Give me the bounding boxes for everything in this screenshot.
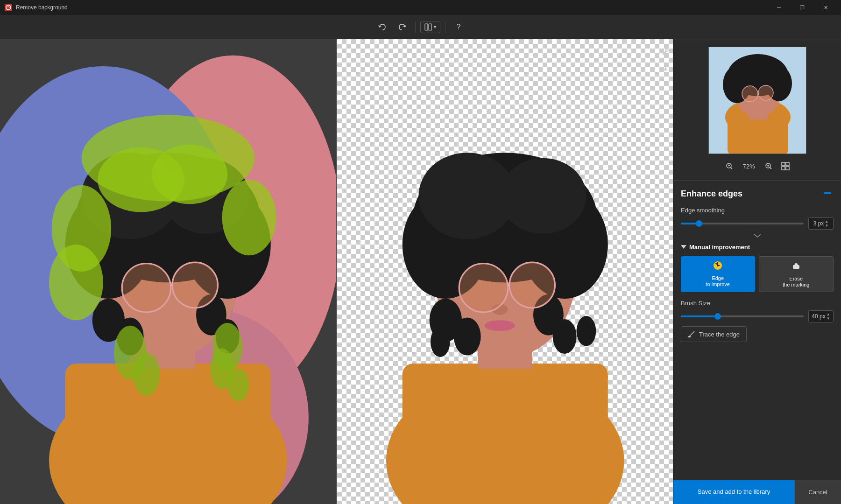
brush-size-track[interactable]: [681, 315, 804, 317]
window-controls: ─ ❐ ✕: [768, 0, 836, 15]
app-title: Remove background: [16, 4, 68, 11]
canvas-panel-left[interactable]: [0, 39, 337, 504]
erase-marking-icon: [791, 260, 802, 274]
svg-rect-77: [782, 167, 785, 170]
enhance-header: Enhance edges: [681, 188, 834, 199]
svg-point-23: [122, 264, 170, 312]
undo-button[interactable]: [374, 19, 391, 35]
svg-point-90: [665, 70, 666, 70]
svg-rect-37: [402, 364, 608, 504]
eyedropper-button[interactable]: [659, 45, 672, 58]
edge-to-improve-button[interactable]: Edgeto improve: [681, 256, 755, 292]
arrow-up[interactable]: ▲: [825, 220, 828, 224]
svg-point-46: [500, 158, 586, 234]
svg-point-29: [49, 245, 103, 320]
brush-arrow-up[interactable]: ▲: [827, 313, 830, 316]
edge-improve-icon: [712, 260, 723, 273]
erase-marking-label: Erasethe marking: [783, 276, 809, 288]
manual-improvement-section: Manual improvement: [681, 244, 834, 342]
svg-rect-84: [793, 265, 799, 269]
restore-button[interactable]: ❐: [792, 0, 813, 15]
minimize-button[interactable]: ─: [768, 0, 790, 15]
manual-improvement-title: Manual improvement: [689, 244, 750, 251]
preview-image: [708, 47, 806, 154]
svg-line-70: [731, 168, 732, 169]
svg-point-30: [222, 180, 276, 255]
svg-rect-86: [688, 336, 691, 337]
edge-smoothing-value: 3 px ▲ ▼: [808, 217, 834, 230]
svg-point-51: [576, 316, 596, 346]
help-button[interactable]: ?: [450, 19, 467, 35]
save-button[interactable]: Save and add to the library: [673, 480, 794, 504]
brush-size-label: Brush Size: [681, 300, 834, 307]
main-area: 72%: [0, 39, 841, 504]
brush-size-slider-row: 40 px ▲ ▼: [681, 310, 834, 322]
zoom-controls: 72%: [723, 160, 792, 173]
svg-rect-78: [786, 167, 789, 170]
view-toggle-button[interactable]: ▾: [420, 21, 440, 33]
edge-smoothing-section: Edge smoothing 3 px ▲ ▼: [681, 207, 834, 230]
svg-point-0: [6, 5, 11, 10]
zoom-in-button[interactable]: [762, 160, 775, 173]
edge-smoothing-slider-row: 3 px ▲ ▼: [681, 217, 834, 230]
enhance-panel: Enhance edges Edge smoothing: [673, 181, 841, 480]
app-icon: [5, 4, 12, 11]
manual-improvement-header[interactable]: Manual improvement: [681, 244, 834, 251]
info-button[interactable]: [822, 188, 834, 199]
edge-smoothing-label: Edge smoothing: [681, 207, 834, 214]
svg-line-74: [770, 168, 771, 169]
trace-edge-button[interactable]: Trace the edge: [681, 326, 747, 342]
close-button[interactable]: ✕: [815, 0, 836, 15]
svg-point-41: [484, 320, 515, 331]
svg-point-81: [717, 265, 719, 266]
svg-point-52: [430, 327, 450, 357]
svg-point-50: [552, 319, 576, 354]
arrow-down[interactable]: ▼: [825, 224, 828, 228]
svg-point-56: [459, 264, 507, 312]
zoom-out-button[interactable]: [723, 160, 736, 173]
floating-tools: [659, 45, 672, 74]
brush-arrow-down[interactable]: ▼: [827, 317, 830, 321]
expand-chevron[interactable]: [681, 233, 834, 238]
view-chevron: ▾: [434, 24, 436, 29]
edge-smoothing-thumb[interactable]: [696, 220, 702, 227]
svg-rect-79: [824, 192, 831, 194]
fit-view-button[interactable]: [779, 160, 792, 173]
canvas-area: [0, 39, 673, 504]
brush-size-section: Brush Size 40 px ▲ ▼: [681, 300, 834, 322]
canvas-right-svg: [337, 39, 673, 504]
redo-button[interactable]: [394, 19, 410, 35]
edge-improve-label: Edgeto improve: [706, 275, 730, 287]
erase-marking-button[interactable]: Erasethe marking: [759, 256, 834, 292]
svg-point-24: [173, 263, 217, 307]
titlebar: Remove background ─ ❐ ✕: [0, 0, 841, 15]
canvas-left-svg: [0, 39, 336, 504]
svg-point-48: [453, 317, 481, 355]
svg-point-27: [152, 145, 227, 204]
tool-buttons: Edgeto improve Erasethe marking: [681, 256, 834, 292]
cancel-button[interactable]: Cancel: [794, 480, 841, 504]
dropper-button[interactable]: [659, 61, 672, 74]
separator-1: [415, 21, 416, 33]
svg-rect-2: [429, 24, 431, 30]
separator-2: [445, 21, 445, 33]
enhance-title: Enhance edges: [681, 189, 742, 199]
brush-size-value: 40 px ▲ ▼: [808, 310, 834, 322]
svg-point-32: [133, 353, 160, 396]
right-panel: 72%: [673, 39, 841, 504]
brush-size-thumb[interactable]: [714, 313, 721, 320]
svg-point-88: [666, 49, 668, 51]
toolbar: ▾ ?: [0, 15, 841, 39]
canvas-panel-right[interactable]: [337, 39, 673, 504]
zoom-level: 72%: [740, 163, 758, 170]
edge-smoothing-track[interactable]: [681, 223, 804, 224]
bottom-buttons: Save and add to the library Cancel: [673, 480, 841, 504]
svg-point-66: [742, 86, 758, 102]
svg-rect-76: [786, 162, 789, 166]
svg-point-67: [758, 85, 773, 100]
svg-rect-75: [782, 162, 785, 166]
svg-point-57: [510, 263, 554, 307]
preview-area: 72%: [673, 39, 841, 181]
brush-size-fill: [681, 315, 718, 317]
svg-point-35: [227, 369, 249, 401]
